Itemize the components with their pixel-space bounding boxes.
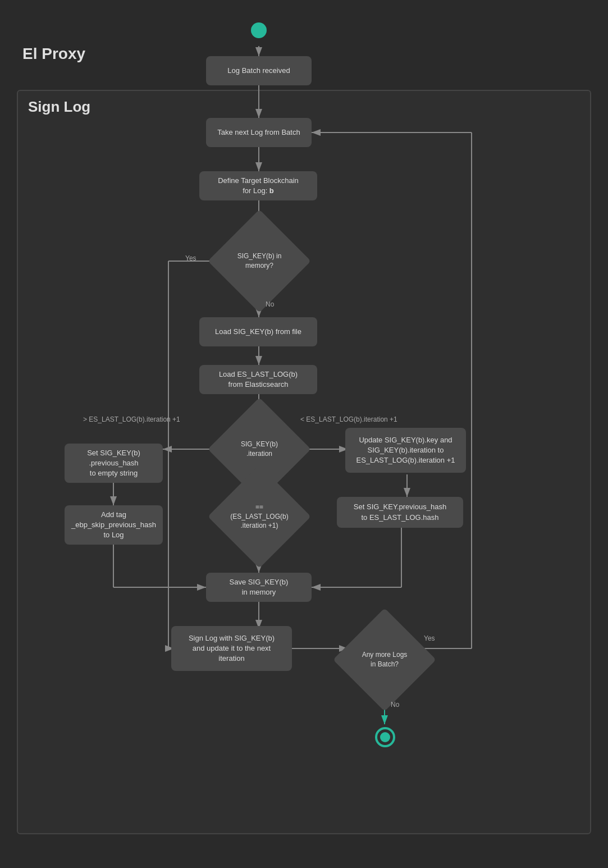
equals-diamond: ==(ES_LAST_LOG(b).iteration +1) <box>223 480 296 553</box>
greater-than-label: > ES_LAST_LOG(b).iteration +1 <box>83 415 180 423</box>
set-sig-key-previous-hash-node: Set SIG_KEY.previous_hashto ES_LAST_LOG.… <box>337 497 463 528</box>
set-previous-hash-node: Set SIG_KEY(b).previous_hashto empty str… <box>65 444 163 483</box>
less-than-label: < ES_LAST_LOG(b).iteration +1 <box>300 415 397 423</box>
no-sig-key-label: No <box>266 300 274 308</box>
start-circle <box>251 22 267 38</box>
end-circle-inner <box>380 732 390 742</box>
sign-log-node: Sign Log with SIG_KEY(b)and update it to… <box>171 626 292 671</box>
end-circle <box>375 727 395 747</box>
any-more-logs-diamond: Any more Logsin Batch? <box>348 623 421 696</box>
yes-more-logs-label: Yes <box>424 634 435 642</box>
save-sig-key-node: Save SIG_KEY(b)in memory <box>206 573 312 602</box>
define-target-node: Define Target Blockchainfor Log: b <box>199 171 317 200</box>
add-tag-node: Add tag_ebp_skip_previous_hashto Log <box>65 505 163 545</box>
sign-log-label: Sign Log <box>28 98 90 116</box>
el-proxy-label: El Proxy <box>22 45 85 63</box>
update-sig-key-node: Update SIG_KEY(b).key andSIG_KEY(b).iter… <box>345 428 466 473</box>
take-next-log-node: Take next Log from Batch <box>206 118 312 147</box>
no-more-logs-label: No <box>391 701 399 709</box>
load-sig-key-node: Load SIG_KEY(b) from file <box>199 317 317 346</box>
yes-sig-key-label: Yes <box>185 254 196 262</box>
sig-key-memory-diamond: SIG_KEY(b) inmemory? <box>223 225 296 298</box>
log-batch-received-node: Log Batch received <box>206 56 312 85</box>
load-es-last-log-node: Load ES_LAST_LOG(b)from Elasticsearch <box>199 365 317 394</box>
